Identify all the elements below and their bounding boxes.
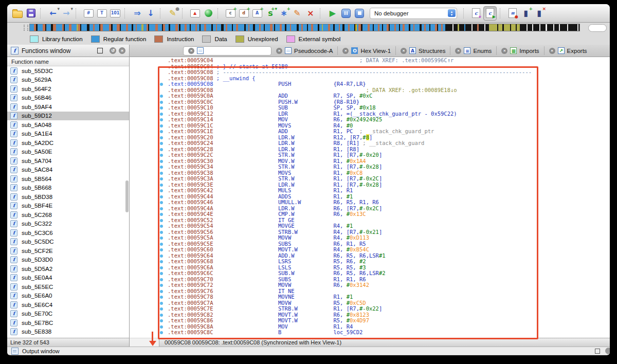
search-text-button[interactable]: T bbox=[96, 7, 108, 20]
function-list-item[interactable]: fsub_5E6C4 bbox=[7, 300, 129, 310]
function-list-item[interactable]: fsub_5B564 bbox=[7, 174, 129, 184]
function-list-item[interactable]: fsub_5A2DC bbox=[7, 138, 129, 148]
disassembly-view[interactable]: .text:00059C04 ; DATA XREF: .text:000599… bbox=[130, 57, 610, 338]
open-file-button[interactable] bbox=[11, 7, 24, 20]
make-code-button[interactable]: c+ bbox=[224, 7, 237, 20]
make-array-button[interactable]: ∗+ bbox=[278, 7, 290, 20]
function-list-item[interactable]: fsub_5C268 bbox=[7, 210, 129, 220]
function-list-item[interactable]: fsub_5A048 bbox=[7, 120, 129, 130]
function-list-item[interactable]: fsub_5C3C6 bbox=[7, 228, 129, 238]
combo-stepper-icon[interactable]: ▲▼ bbox=[448, 9, 456, 17]
function-list-item[interactable]: fsub_564F2 bbox=[7, 84, 129, 94]
tab-close-icon[interactable]: × bbox=[342, 48, 349, 54]
search-value-button[interactable]: 101 bbox=[109, 7, 121, 20]
function-list-item[interactable]: fsub_5CF2E bbox=[7, 246, 129, 256]
float-icon[interactable]: ↺ bbox=[110, 47, 116, 54]
navigate-forward-button[interactable]: →▾ bbox=[60, 7, 72, 20]
function-list-item[interactable]: fsub_5E6A0 bbox=[7, 292, 129, 301]
tab-exports[interactable]: ×↗Exports bbox=[544, 46, 592, 55]
tab-pseudocode[interactable]: ×Pseudocode-A bbox=[271, 46, 337, 55]
function-list-item[interactable]: fsub_59D12 bbox=[7, 112, 129, 121]
function-list-item[interactable]: fsub_5E5EC bbox=[7, 282, 129, 292]
function-list-item[interactable]: fsub_5E70C bbox=[7, 310, 129, 319]
edit-button[interactable]: ✎ bbox=[291, 7, 303, 20]
function-icon: f bbox=[10, 166, 17, 173]
function-list-item[interactable]: fsub_5A1E4 bbox=[7, 130, 129, 139]
output-window-bar[interactable]: Output window bbox=[7, 347, 610, 355]
tab-close-icon[interactable]: × bbox=[501, 48, 507, 54]
function-list-item[interactable]: fsub_56B46 bbox=[7, 94, 129, 103]
pseudocode-button[interactable]: c▶ bbox=[483, 6, 497, 21]
tab-imports[interactable]: ×▦Imports bbox=[496, 46, 543, 55]
function-list-item[interactable]: fsub_5A704 bbox=[7, 156, 129, 166]
instruction-dot bbox=[160, 177, 163, 180]
functions-scrollbar[interactable] bbox=[125, 66, 129, 338]
tab-enums[interactable]: ×≡Enums bbox=[450, 46, 496, 55]
function-list-item[interactable]: fsub_5D5A2 bbox=[7, 264, 129, 274]
function-list-item[interactable]: fsub_5E0A4 bbox=[7, 274, 129, 283]
function-list-item[interactable]: fsub_5B668 bbox=[7, 184, 129, 193]
function-list-item[interactable]: fsub_59AF4 bbox=[7, 102, 129, 112]
highlight-lock-button[interactable]: ✎● bbox=[167, 7, 179, 20]
tab-close-icon[interactable]: × bbox=[549, 48, 555, 54]
undefine-button[interactable]: × bbox=[304, 7, 317, 20]
function-icon: f bbox=[10, 319, 17, 326]
notes-button[interactable]: ≡● bbox=[506, 7, 519, 20]
make-data-button[interactable]: d+ bbox=[238, 7, 250, 20]
make-ascii-button[interactable]: A+ bbox=[251, 7, 263, 20]
function-name: sub_5629A bbox=[22, 77, 51, 83]
function-list-item[interactable]: fsub_5AC84 bbox=[7, 166, 129, 175]
remove-breakpoint-button[interactable]: ▮× bbox=[533, 7, 546, 20]
navigation-band[interactable] bbox=[29, 24, 580, 31]
function-list-item[interactable]: fsub_55D3C bbox=[7, 66, 129, 76]
navigate-back-button[interactable]: ←▾ bbox=[47, 7, 59, 20]
tab-close-icon[interactable]: × bbox=[401, 48, 407, 54]
instruction-dot bbox=[160, 83, 163, 86]
output-float-icon[interactable] bbox=[605, 348, 610, 354]
function-list-item[interactable]: fsub_5629A bbox=[7, 76, 129, 85]
function-list-item[interactable]: fsub_5C322 bbox=[7, 220, 129, 229]
tab-structures[interactable]: ×AStructures bbox=[395, 46, 450, 55]
jump-next-button[interactable]: ↓ bbox=[144, 7, 157, 20]
make-string-button[interactable]: s+▾ bbox=[264, 7, 277, 20]
jump-button[interactable]: ⇒ bbox=[131, 7, 143, 20]
function-list-item[interactable]: fsub_5E838 bbox=[7, 327, 129, 337]
stop-process-button[interactable] bbox=[353, 7, 366, 20]
maximize-icon[interactable] bbox=[97, 48, 103, 53]
tab-close-icon[interactable]: × bbox=[188, 48, 194, 54]
tab-close-icon[interactable]: × bbox=[276, 48, 282, 54]
function-list-item[interactable]: fsub_5E7BC bbox=[7, 318, 129, 327]
disassembly-line[interactable]: .text:00059C8C B loc_59CD2 bbox=[130, 330, 610, 336]
function-list-item[interactable]: fsub_5BF4E bbox=[7, 202, 129, 211]
save-file-button[interactable] bbox=[25, 7, 37, 20]
functions-window-icon: f bbox=[11, 47, 19, 54]
function-list-item[interactable]: fsub_5A50E bbox=[7, 148, 129, 157]
nav-band-segment bbox=[489, 24, 497, 31]
analysis-indicator[interactable] bbox=[202, 7, 214, 20]
tab-hex-view[interactable]: ×OHex View-1 bbox=[337, 46, 395, 55]
nav-band-segment bbox=[303, 24, 307, 31]
function-icon: f bbox=[10, 220, 17, 227]
nav-band-segment bbox=[520, 24, 527, 31]
function-name-column-header[interactable]: Function name bbox=[7, 57, 129, 66]
search-pattern-button[interactable]: # bbox=[82, 7, 95, 20]
function-list-item[interactable]: fsub_5BD38 bbox=[7, 192, 129, 202]
add-breakpoint-button[interactable]: ▮+ bbox=[520, 7, 532, 20]
pause-process-button[interactable] bbox=[340, 7, 352, 20]
debugger-select-label: No debugger bbox=[370, 10, 448, 16]
problems-button[interactable]: ▲ bbox=[189, 7, 201, 20]
search-box[interactable] bbox=[588, 24, 607, 32]
function-list-item[interactable]: fsub_5D3D0 bbox=[7, 256, 129, 265]
compile-c-file-button[interactable]: c★ bbox=[470, 7, 482, 20]
debugger-select[interactable]: No debugger▲▼ bbox=[370, 8, 457, 19]
function-icon: f bbox=[10, 211, 17, 219]
band-drag-handle[interactable] bbox=[24, 25, 28, 31]
tab-ida-view[interactable]: × bbox=[183, 46, 271, 56]
nav-band-segment bbox=[465, 24, 471, 31]
function-list-item[interactable]: fsub_5C5DC bbox=[7, 238, 129, 247]
output-maximize-icon[interactable] bbox=[595, 349, 600, 354]
start-process-button[interactable]: ▶ bbox=[326, 7, 339, 20]
legend-swatch bbox=[202, 35, 211, 43]
close-icon[interactable]: × bbox=[119, 47, 125, 54]
tab-close-icon[interactable]: × bbox=[455, 48, 461, 54]
